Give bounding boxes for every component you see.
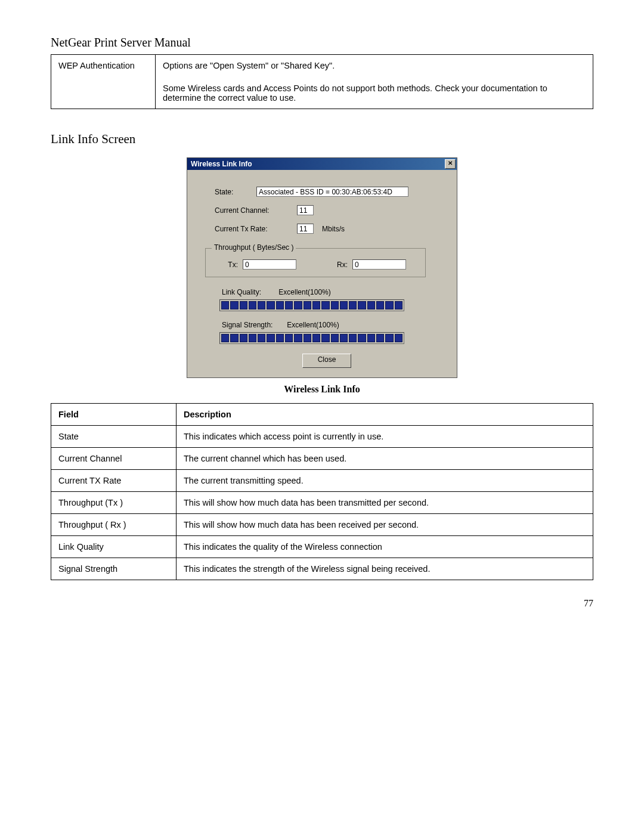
- field-name: Throughput (Tx ): [51, 492, 177, 514]
- wep-auth-label: WEP Authentication: [51, 55, 156, 109]
- wep-auth-desc: Options are "Open System" or "Shared Key…: [156, 55, 593, 109]
- field-description: The current channel which has been used.: [177, 448, 593, 470]
- tx-label: Tx:: [216, 261, 238, 269]
- rx-field: 0: [352, 259, 406, 270]
- dialog-titlebar: Wireless Link Info ✕: [187, 158, 457, 170]
- current-channel-field: 11: [297, 205, 314, 215]
- wireless-link-info-dialog: Wireless Link Info ✕ State: Associated -…: [187, 157, 457, 378]
- dialog-title: Wireless Link Info: [191, 160, 445, 168]
- throughput-legend: Throughput ( Bytes/Sec ): [212, 243, 296, 252]
- wep-auth-table: WEP Authentication Options are "Open Sys…: [51, 54, 593, 109]
- table-header-description: Description: [177, 404, 593, 426]
- field-name: Current TX Rate: [51, 470, 177, 492]
- table-row: StateThis indicates which access point i…: [51, 426, 593, 448]
- close-button[interactable]: Close: [302, 354, 351, 368]
- link-quality-value: Excellent(100%): [278, 288, 330, 296]
- section-heading: Link Info Screen: [51, 132, 593, 147]
- state-label: State:: [215, 188, 256, 196]
- wep-auth-desc-line1: Options are "Open System" or "Shared Key…: [163, 61, 586, 70]
- txrate-unit: Mbits/s: [322, 225, 345, 233]
- field-name: Throughput ( Rx ): [51, 514, 177, 536]
- table-header-field: Field: [51, 404, 177, 426]
- throughput-groupbox: Throughput ( Bytes/Sec ) Tx: 0 Rx: 0: [205, 248, 426, 277]
- table-row: Signal StrengthThis indicates the streng…: [51, 558, 593, 580]
- current-txrate-field: 11: [297, 224, 314, 234]
- signal-strength-label: Signal Strength:: [222, 321, 285, 329]
- tx-field: 0: [243, 259, 296, 270]
- figure-caption: Wireless Link Info: [51, 384, 593, 395]
- field-name: Link Quality: [51, 536, 177, 558]
- field-description: This will show how much data has been tr…: [177, 492, 593, 514]
- field-description: This indicates the strength of the Wirel…: [177, 558, 593, 580]
- table-row: Throughput (Tx )This will show how much …: [51, 492, 593, 514]
- table-row: Current TX RateThe current transmitting …: [51, 470, 593, 492]
- field-description-table: Field Description StateThis indicates wh…: [51, 403, 593, 580]
- table-row: Current ChannelThe current channel which…: [51, 448, 593, 470]
- document-title: NetGear Print Server Manual: [51, 36, 593, 49]
- table-row: Throughput ( Rx )This will show how much…: [51, 514, 593, 536]
- signal-strength-meter: [219, 332, 404, 344]
- link-quality-meter: [219, 299, 404, 311]
- table-row: Link QualityThis indicates the quality o…: [51, 536, 593, 558]
- rx-label: Rx:: [326, 261, 348, 269]
- wep-auth-desc-line2: Some Wireless cards and Access Points do…: [163, 83, 586, 103]
- field-name: Signal Strength: [51, 558, 177, 580]
- field-description: This indicates the quality of the Wirele…: [177, 536, 593, 558]
- current-txrate-label: Current Tx Rate:: [215, 225, 297, 233]
- link-quality-label: Link Quality:: [222, 288, 277, 296]
- current-channel-label: Current Channel:: [215, 206, 297, 215]
- field-description: This will show how much data has been re…: [177, 514, 593, 536]
- field-description: This indicates which access point is cur…: [177, 426, 593, 448]
- state-field: Associated - BSS ID = 00:30:AB:06:53:4D: [256, 187, 408, 197]
- page-number: 77: [51, 598, 593, 609]
- field-description: The current transmitting speed.: [177, 470, 593, 492]
- close-icon[interactable]: ✕: [445, 159, 456, 169]
- field-name: State: [51, 426, 177, 448]
- signal-strength-value: Excellent(100%): [287, 321, 339, 329]
- field-name: Current Channel: [51, 448, 177, 470]
